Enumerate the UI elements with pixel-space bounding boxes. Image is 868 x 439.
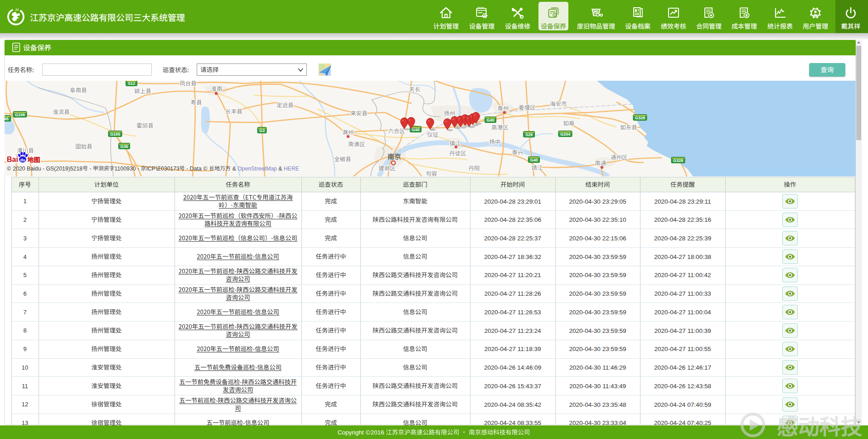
svg-text:030173: 030173 [161,166,179,172]
svg-text:2020-04-30 22:15:06: 2020-04-30 22:15:06 [569,235,626,242]
svg-text:G3: G3 [259,128,265,133]
svg-text:G40: G40 [530,158,538,162]
svg-text:2020-04-26 12:46:17: 2020-04-26 12:46:17 [654,364,711,371]
svg-text:2020-04-26 15:43:37: 2020-04-26 15:43:37 [484,383,541,390]
svg-text:2016: 2016 [371,429,386,436]
svg-text:OpenStreetMap: OpenStreetMap [238,166,277,172]
svg-text:2020-04-28 22:35:16: 2020-04-28 22:35:16 [654,216,711,223]
svg-text:2020-04-27 18:00:38: 2020-04-27 18:00:38 [654,254,711,260]
svg-text:- Data: - Data [185,166,203,172]
svg-text:2020-04-24 08:35:42: 2020-04-24 08:35:42 [484,401,541,408]
svg-text:12: 12 [22,401,28,408]
svg-text:&: & [231,166,238,172]
svg-text:2020-04-27 11:00:39: 2020-04-27 11:00:39 [654,327,711,334]
svg-text:2020-04-27 11:23:24: 2020-04-27 11:23:24 [484,327,541,334]
svg-text:3: 3 [23,235,26,242]
svg-text:2020-04-28 23:29:01: 2020-04-28 23:29:01 [484,198,541,205]
svg-text:HERE: HERE [284,166,299,172]
svg-text:du: du [20,157,25,162]
svg-text:&: & [277,166,284,172]
svg-text:9: 9 [23,346,26,352]
svg-text:2020-04-24 07:40:59: 2020-04-24 07:40:59 [654,401,711,408]
svg-text:2020-04-30 23:59:59: 2020-04-30 23:59:59 [569,346,626,352]
svg-text:Copyright: Copyright [338,429,366,436]
svg-text:45: 45 [4,117,9,121]
svg-text:2020-04-30 11:43:49: 2020-04-30 11:43:49 [569,383,626,390]
svg-text:8: 8 [23,327,26,334]
svg-text:2020-04-24 07:40:25: 2020-04-24 07:40:25 [654,419,711,426]
svg-text:2020-04-30 23:33:04: 2020-04-30 23:33:04 [569,419,626,426]
svg-text:2020-04-30 23:59:59: 2020-04-30 23:59:59 [569,309,626,316]
svg-text:G328: G328 [635,116,645,120]
svg-text:2020-04-27 11:18:39: 2020-04-27 11:18:39 [484,346,541,352]
svg-text:2020-04-27 11:00:33: 2020-04-27 11:00:33 [654,290,711,297]
svg-text:2020-04-27 11:00:55: 2020-04-27 11:00:55 [654,346,711,352]
svg-text:Bai: Bai [7,156,18,163]
svg-text:2020-04-30 23:59:59: 2020-04-30 23:59:59 [569,290,626,297]
svg-text:2020-04-30 23:59:59: 2020-04-30 23:59:59 [569,327,626,334]
svg-text:2020-04-30 23:29:05: 2020-04-30 23:29:05 [569,198,626,205]
svg-text:G204: G204 [560,132,570,137]
svg-text:2: 2 [23,216,26,223]
svg-text:2020-04-28 22:25:39: 2020-04-28 22:25:39 [654,235,711,242]
svg-text:G106: G106 [15,112,25,117]
svg-text:S12: S12 [128,81,135,86]
svg-text:S29: S29 [525,132,533,137]
svg-text:4: 4 [23,254,26,260]
svg-text:2020-04-28 22:35:06: 2020-04-28 22:35:06 [484,216,541,223]
svg-text:2020-04-27 11:20:21: 2020-04-27 11:20:21 [484,272,541,278]
svg-text:G40: G40 [486,118,494,122]
svg-text:1100930 -: 1100930 - [115,166,141,172]
svg-text:G105: G105 [110,132,120,137]
svg-text:5: 5 [23,272,26,278]
svg-text:13: 13 [22,419,28,426]
svg-text:2020-04-30 23:59:59: 2020-04-30 23:59:59 [569,254,626,260]
svg-text:2020-04-26 12:43:58: 2020-04-26 12:43:58 [654,383,711,390]
svg-text:1: 1 [23,198,26,205]
svg-text:G328: G328 [673,158,683,163]
svg-text:2020-04-28 23:29:11: 2020-04-28 23:29:11 [654,198,711,205]
svg-text:2020-04-27 11:00:04: 2020-04-27 11:00:04 [654,309,711,316]
svg-text:10: 10 [22,364,28,371]
svg-text:6: 6 [23,290,26,297]
svg-text:-: - [88,166,93,172]
svg-text:2020-04-30 11:46:29: 2020-04-30 11:46:29 [569,364,626,371]
svg-text:2020-04-24 08:33:55: 2020-04-24 08:33:55 [484,419,541,426]
svg-text:2020-04-30 22:35:10: 2020-04-30 22:35:10 [569,216,626,223]
svg-text:2020-04-27 11:28:26: 2020-04-27 11:28:26 [484,290,541,297]
svg-text:G35: G35 [120,144,128,149]
svg-text:2020-04-26 14:46:09: 2020-04-26 14:46:09 [484,364,541,371]
svg-text:2020-04-30 23:35:48: 2020-04-30 23:35:48 [569,401,626,408]
svg-text:7: 7 [23,309,26,316]
svg-text:2020-04-27 11:00:42: 2020-04-27 11:00:42 [654,272,711,278]
svg-text:2020-04-27 11:26:53: 2020-04-27 11:26:53 [484,309,541,316]
svg-text:11: 11 [22,383,28,390]
svg-text:ICP: ICP [146,166,155,172]
svg-text:2020-04-27 18:36:32: 2020-04-27 18:36:32 [484,254,541,260]
svg-text:2020-04-30 23:59:59: 2020-04-30 23:59:59 [569,272,626,278]
svg-text:2020-04-28 22:25:37: 2020-04-28 22:25:37 [484,235,541,242]
svg-text:2020 Baidu - GS(2019)5218: 2020 Baidu - GS(2019)5218 [11,166,82,172]
